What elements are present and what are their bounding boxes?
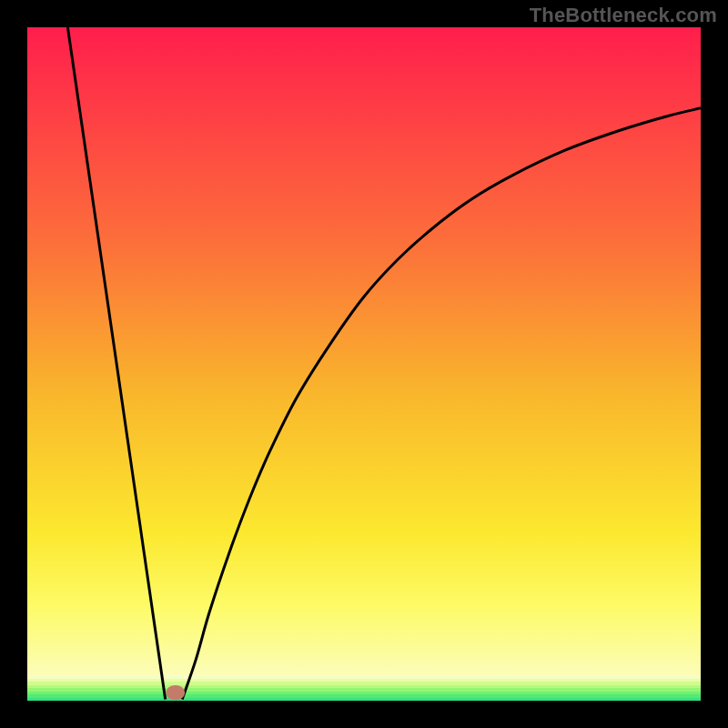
watermark-text: TheBottleneck.com xyxy=(530,4,717,27)
plot-area xyxy=(27,27,701,701)
marker-layer xyxy=(27,27,701,701)
data-marker xyxy=(166,685,185,700)
chart-container: TheBottleneck.com xyxy=(0,0,728,728)
